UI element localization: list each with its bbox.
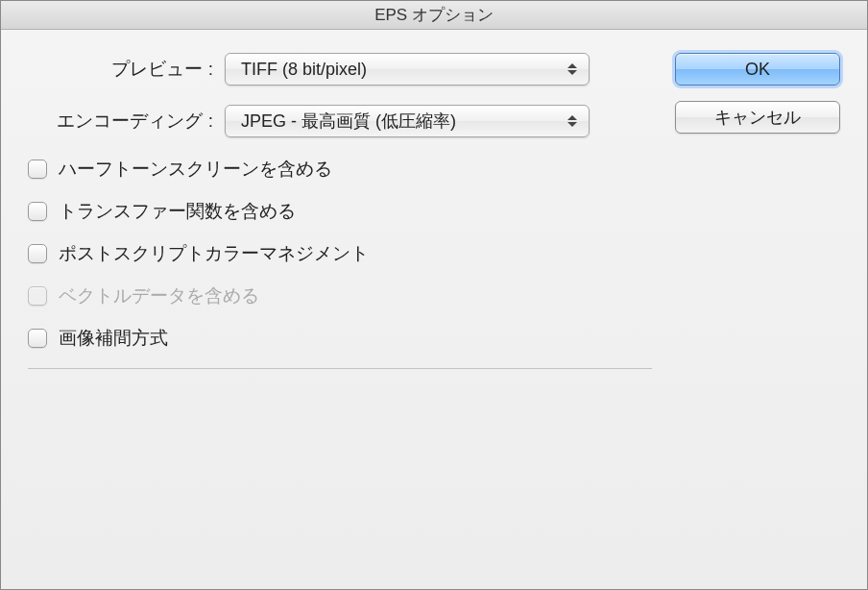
encoding-select[interactable]: JPEG - 最高画質 (低圧縮率) (225, 105, 590, 137)
preview-row: プレビュー : TIFF (8 bit/pixel) (28, 53, 652, 86)
checkbox-list: ハーフトーンスクリーンを含める トランスファー関数を含める ポストスクリプトカラ… (28, 157, 652, 351)
divider (28, 368, 652, 369)
checkbox-transfer[interactable] (28, 202, 47, 221)
dialog-window: EPS オプション プレビュー : TIFF (8 bit/pixel) エンコ… (0, 0, 868, 590)
checkbox-halftone-row[interactable]: ハーフトーンスクリーンを含める (28, 157, 652, 182)
checkbox-halftone[interactable] (28, 160, 47, 179)
preview-select-value: TIFF (8 bit/pixel) (241, 60, 367, 80)
preview-select[interactable]: TIFF (8 bit/pixel) (225, 53, 590, 86)
encoding-select-value: JPEG - 最高画質 (低圧縮率) (241, 110, 456, 133)
preview-label: プレビュー : (28, 57, 225, 82)
checkbox-postscript-label: ポストスクリプトカラーマネジメント (59, 241, 369, 266)
ok-button-label: OK (745, 60, 770, 80)
ok-button[interactable]: OK (675, 53, 840, 86)
titlebar: EPS オプション (1, 1, 867, 30)
checkbox-vector (28, 286, 47, 306)
checkbox-halftone-label: ハーフトーンスクリーンを含める (59, 157, 332, 182)
encoding-row: エンコーディング : JPEG - 最高画質 (低圧縮率) (28, 105, 652, 137)
checkbox-postscript-row[interactable]: ポストスクリプトカラーマネジメント (28, 241, 652, 266)
cancel-button-label: キャンセル (714, 106, 801, 129)
encoding-label: エンコーディング : (28, 109, 225, 134)
checkbox-transfer-row[interactable]: トランスファー関数を含める (28, 199, 652, 224)
checkbox-postscript[interactable] (28, 244, 47, 263)
left-column: プレビュー : TIFF (8 bit/pixel) エンコーディング : JP… (28, 53, 652, 369)
dialog-content: プレビュー : TIFF (8 bit/pixel) エンコーディング : JP… (1, 30, 867, 589)
checkbox-interpolation-row[interactable]: 画像補間方式 (28, 326, 652, 351)
checkbox-transfer-label: トランスファー関数を含める (59, 199, 296, 224)
checkbox-vector-row: ベクトルデータを含める (28, 283, 652, 308)
updown-arrows-icon (566, 60, 579, 79)
checkbox-vector-label: ベクトルデータを含める (59, 283, 259, 308)
checkbox-interpolation-label: 画像補間方式 (59, 326, 168, 351)
checkbox-interpolation[interactable] (28, 329, 47, 348)
cancel-button[interactable]: キャンセル (675, 101, 840, 134)
updown-arrows-icon (566, 111, 579, 131)
window-title: EPS オプション (374, 4, 494, 26)
right-column: OK キャンセル (675, 53, 840, 369)
